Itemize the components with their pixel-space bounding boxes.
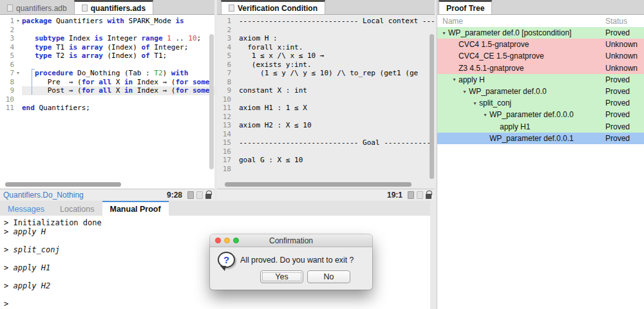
editor-horizontal-scrollbar[interactable] (5, 182, 121, 187)
column-header-status[interactable]: Status (605, 17, 644, 26)
proof-node-label: WP_parameter def.0 [postcondition] (448, 28, 571, 37)
console-line (4, 290, 430, 299)
fold-marker-icon[interactable]: ▾ (14, 69, 22, 78)
code-line: Post ⇒ (for all X in Index ⇒ (for some (22, 86, 214, 95)
fold-marker-icon (231, 69, 239, 78)
source-code-lines: package Quantifiers with SPARK_Mode is s… (22, 15, 214, 189)
proof-tree-row[interactable]: ▼apply HProved (437, 74, 644, 86)
buffer-state-icon[interactable] (187, 191, 194, 199)
vc-vertical-scrollbar[interactable] (430, 34, 434, 179)
code-line: ---------------------------- Local conte… (239, 17, 435, 26)
code-line: 1 ≤ x /\ x ≤ 10 → (239, 52, 435, 61)
proof-tree-row[interactable]: WP_parameter def.0.0.1Proved (437, 133, 644, 144)
tab-locations[interactable]: Locations (52, 201, 102, 216)
vc-code-area[interactable]: 123456789101112131415161718 ------------… (217, 15, 435, 189)
tab-proof-tree[interactable]: Proof Tree (439, 0, 492, 14)
code-line: axiom H2 : X ≤ 10 (239, 121, 435, 130)
tab-label: Manual Proof (110, 205, 161, 214)
vc-statusbar: 19:1 (217, 189, 435, 200)
fold-marker-icon (231, 121, 239, 130)
buffer-state-icon[interactable] (196, 191, 203, 199)
tab-verification-condition[interactable]: Verification Condition (221, 0, 325, 14)
proof-node-label: apply H1 (500, 122, 530, 131)
fold-marker-icon (231, 86, 239, 95)
vc-horizontal-scrollbar[interactable] (225, 182, 412, 187)
proof-node-label: WP_parameter def.0.0.0 (489, 110, 574, 119)
code-line: axiom H1 : 1 ≤ X (239, 104, 435, 113)
no-button[interactable]: No (307, 270, 350, 283)
line-number-gutter: 123456789101112131415161718 (217, 15, 239, 189)
console-tabbar: Messages Locations Manual Proof (0, 201, 430, 216)
yes-button[interactable]: Yes (260, 270, 303, 283)
source-code-area[interactable]: 1▾234567▾891011 package Quantifiers with… (0, 15, 214, 189)
code-line: axiom H : (239, 34, 435, 43)
editor-statusbar: Quantifiers.Do_Nothing 9:28 (0, 189, 214, 200)
proof-tree-row[interactable]: ▼WP_parameter def.0 [postcondition]Prove… (437, 27, 644, 39)
proof-node-label: WP_parameter def.0.0 (469, 87, 547, 96)
fold-marker-icon (14, 34, 22, 43)
tab-quantifiers-ads[interactable]: quantifiers.ads (74, 0, 153, 14)
code-line: goal G : X ≤ 10 (239, 156, 435, 165)
read-only-lock-icon[interactable] (205, 194, 211, 199)
expand-arrow-icon[interactable]: ▼ (481, 113, 489, 117)
column-header-name[interactable]: Name (437, 17, 605, 26)
proof-tree-tabbar: Proof Tree (437, 0, 644, 15)
fold-marker-icon (14, 61, 22, 70)
tab-messages[interactable]: Messages (0, 201, 52, 216)
tab-quantifiers-adb[interactable]: quantifiers.adb (0, 0, 74, 14)
zoom-window-icon[interactable] (233, 238, 239, 243)
proof-tree-row[interactable]: apply H1Proved (437, 121, 644, 133)
proof-node-status: Unknown (605, 52, 644, 61)
close-window-icon[interactable] (215, 238, 221, 243)
code-line (239, 147, 435, 156)
proof-node-status: Proved (605, 75, 644, 84)
fold-marker-icon (231, 156, 239, 165)
expand-arrow-icon[interactable]: ▼ (460, 89, 469, 94)
entity-context-link[interactable]: Quantifiers.Do_Nothing (3, 191, 164, 200)
tab-manual-proof[interactable]: Manual Proof (102, 201, 169, 216)
proof-tree-row[interactable]: ▼split_conjProved (437, 97, 644, 109)
expand-arrow-icon[interactable]: ▼ (450, 77, 459, 82)
proof-node-label: split_conj (479, 98, 511, 108)
proof-tree-row[interactable]: CVC4 1.5-gnatproveUnknown (437, 39, 644, 50)
fold-marker-icon[interactable]: ▾ (14, 17, 22, 26)
proof-node-status: Proved (605, 110, 644, 119)
tab-label: Messages (8, 205, 44, 214)
cursor-position: 19:1 (387, 191, 402, 200)
proof-tree-row[interactable]: ▼WP_parameter def.0.0Proved (437, 86, 644, 97)
code-line: procedure Do_Nothing (Tab : T2) with (22, 69, 214, 78)
code-line: type T2 is array (Index) of T1; (22, 52, 214, 61)
proof-tree-row[interactable]: ▼WP_parameter def.0.0.0Proved (437, 109, 644, 120)
proof-node-label: CVC4 1.5-gnatprove (459, 40, 529, 49)
proof-tree-row[interactable]: CVC4_CE 1.5-gnatproveUnknown (437, 50, 644, 62)
fold-marker-icon (231, 17, 239, 26)
proof-node-status: Proved (605, 98, 644, 108)
vc-code-lines: ---------------------------- Local conte… (239, 15, 435, 189)
code-line: (1 ≤ y /\ y ≤ 10) /\ to_rep (get1 (ge (239, 69, 435, 78)
code-line (22, 61, 214, 70)
verification-condition-panel: Verification Condition 12345678910111213… (217, 0, 435, 200)
fold-marker-icon (231, 95, 239, 104)
fold-marker-icon (14, 43, 22, 52)
buffer-state-icon[interactable] (408, 191, 414, 199)
proof-tree-rows: ▼WP_parameter def.0 [postcondition]Prove… (437, 27, 644, 144)
minimize-window-icon[interactable] (224, 238, 230, 243)
code-line (239, 78, 435, 87)
fold-marker-icon (14, 78, 22, 87)
window-controls (215, 238, 239, 243)
fold-marker-icon (231, 138, 239, 147)
proof-node-status: Proved (605, 122, 644, 131)
editor-vertical-scrollbar[interactable] (209, 34, 214, 169)
expand-arrow-icon[interactable]: ▼ (440, 31, 448, 35)
dialog-title: Confirmation (269, 236, 313, 245)
fold-marker-icon (231, 52, 239, 61)
code-line: (exists y:int. (239, 61, 435, 70)
buffer-state-icon[interactable] (417, 191, 423, 199)
cursor-position: 9:28 (167, 191, 182, 200)
read-only-lock-icon[interactable] (426, 194, 431, 199)
dialog-titlebar[interactable]: Confirmation (210, 234, 372, 247)
fold-marker-icon (231, 147, 239, 156)
proof-tree-row[interactable]: Z3 4.5.1-gnatproveUnknown (437, 62, 644, 74)
expand-arrow-icon[interactable]: ▼ (471, 101, 479, 106)
tab-label: Verification Condition (238, 4, 317, 13)
